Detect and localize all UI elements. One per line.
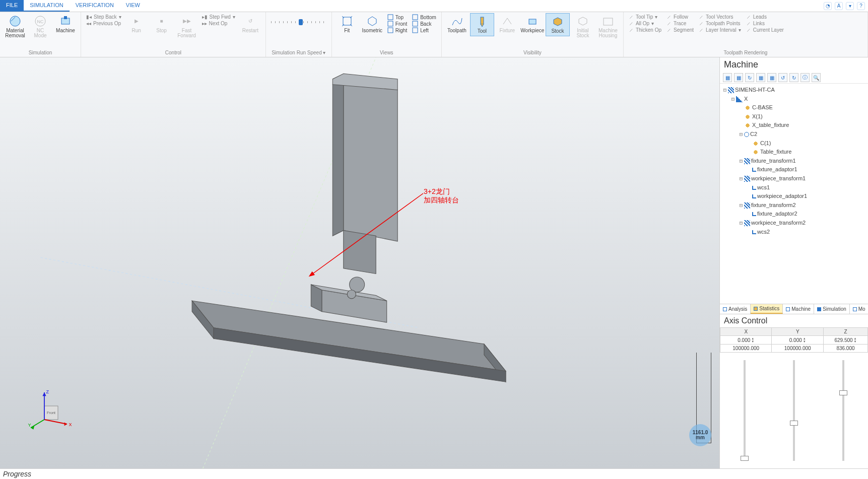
ribbon-group-speed: Simulation Run Speed ▾ [266,12,332,57]
axis-control-title: Axis Control [720,314,868,327]
panel-tool-6[interactable]: ↺ [778,73,787,82]
tab-analysis[interactable]: Analysis [720,304,751,314]
panel-tool-7[interactable]: ↻ [789,73,798,82]
view-front-button[interactable]: Front [387,21,407,27]
view-bottom-button[interactable]: Bottom [412,14,436,20]
view-top-button[interactable]: Top [387,14,407,20]
tool-icon [476,16,488,28]
render-toolpathpoints[interactable]: ⟋ Toolpath Points [699,21,741,26]
tab-simulation[interactable]: SIMULATION [24,0,69,12]
render-tooltip[interactable]: ⟋ Tool Tip ▾ [629,14,661,20]
vis-machine-housing-button[interactable]: Machine Housing [596,13,620,40]
titlebar-icon-3[interactable]: ▾ [846,2,854,10]
tab-view[interactable]: VIEW [120,0,146,12]
render-links[interactable]: ⟋ Links [746,21,784,26]
axis-header-z: Z [823,328,867,336]
vis-initial-stock-button[interactable]: Initial Stock [571,13,595,40]
svg-line-36 [31,420,44,428]
scale-indicator: 1161.0mm [636,353,711,443]
render-leads[interactable]: ⟋ Leads [746,14,784,20]
svg-point-0 [10,16,20,26]
stop-button[interactable]: ■Stop [150,13,174,35]
machine-panel-title: Machine [720,57,868,72]
panel-tool-1[interactable]: ▦ [723,73,732,82]
fast-forward-button[interactable]: ▶▶Fast Forward [175,13,199,40]
render-segment[interactable]: ⟋ Segment [666,27,694,33]
material-removal-label: Material Removal [5,28,25,38]
isometric-button[interactable]: Isometric [360,13,384,35]
step-fwd-button[interactable]: ▸▮Step Fwd ▾ [202,14,235,20]
titlebar-icons: ◔ A ▾ ? [824,0,868,12]
material-removal-icon [9,15,21,27]
vis-stock-button[interactable]: Stock [546,13,570,36]
ribbon-group-simulation-label: Simulation [3,49,78,57]
tab-simulation-panel[interactable]: Simulation [814,304,850,314]
view-left-button[interactable]: Left [412,27,436,33]
nc-mode-button[interactable]: NC NC Mode [28,13,52,40]
main-area: 3+2龙门 加四轴转台 Front X Y Z 1161.0mm Machine… [0,57,868,468]
axis-y-value[interactable]: 0.000▲▼ [772,336,823,345]
step-fwd-icon: ▸▮ [202,14,208,20]
tab-file[interactable]: FILE [0,0,24,12]
view-back-button[interactable]: Back [412,21,436,27]
ribbon-group-views: Fit Isometric Top Front Right Bottom Bac… [332,12,442,57]
step-back-button[interactable]: ▮◂Step Back ▾ [86,14,121,20]
panel-tool-4[interactable]: ▦ [756,73,765,82]
axis-slider-x[interactable] [720,353,769,468]
speed-slider[interactable] [271,21,326,23]
vis-fixture-button[interactable]: Fixture [495,13,519,35]
vis-toolpath-button[interactable]: Toolpath [445,13,469,35]
panel-tool-5[interactable]: ▦ [767,73,776,82]
render-follow[interactable]: ⟋ Follow [666,14,694,20]
svg-text:Z: Z [46,389,49,394]
panel-tool-3[interactable]: ↻ [745,73,754,82]
axis-header-y: Y [772,328,823,336]
fit-button[interactable]: Fit [335,13,359,35]
vis-tool-button[interactable]: Tool [470,13,494,36]
tab-machine[interactable]: Machine [783,304,814,314]
previous-op-button[interactable]: ◂◂Previous Op [86,21,121,26]
tab-verification[interactable]: VERIFICATION [70,0,120,12]
titlebar-icon-2[interactable]: A [835,2,843,10]
machine-label: Machine [56,28,75,33]
material-removal-button[interactable]: Material Removal [3,13,27,40]
render-allop[interactable]: ⟋ All Op ▾ [629,21,661,26]
axis-x-value[interactable]: 0.000▲▼ [720,336,772,345]
ribbon: Material Removal NC NC Mode Machine Simu… [0,12,868,57]
titlebar-icon-1[interactable]: ◔ [824,2,832,10]
render-trace[interactable]: ⟋ Trace [666,21,694,26]
axis-slider-y[interactable] [769,353,819,468]
nc-mode-label: NC Mode [34,28,46,38]
svg-rect-8 [388,28,393,33]
tab-statistics[interactable]: Statistics [751,304,783,314]
panel-tool-9[interactable]: 🔍 [812,73,821,82]
svg-marker-40 [42,392,46,396]
axis-z-value[interactable]: 629.500▲▼ [823,336,867,345]
machine-tree[interactable]: ⊟SIMENS-HT-CA ⊟X C-BASE X(1) X_table_fix… [720,84,868,304]
render-toolvectors[interactable]: ⟋ Tool Vectors [699,14,741,20]
view-triad[interactable]: Front X Y Z [26,388,72,433]
panel-tool-2[interactable]: ▦ [734,73,743,82]
vis-workpiece-button[interactable]: Workpiece [520,13,545,35]
ribbon-group-views-label: Views [335,49,438,57]
panel-tool-8[interactable]: ⓘ [800,73,810,82]
chevron-down-icon[interactable]: ▾ [323,50,325,55]
titlebar-icon-4[interactable]: ? [857,2,865,10]
tab-mo[interactable]: Mo [850,304,868,314]
render-layerinterval[interactable]: ⟋ Layer Interval ▾ [699,27,741,33]
axis-y-limit: 100000.000 [772,345,823,353]
render-currentlayer[interactable]: ⟋ Current Layer [746,27,784,33]
progress-label: Progress [0,468,868,479]
next-op-button[interactable]: ▸▸Next Op [202,21,235,26]
svg-marker-27 [344,231,376,274]
restart-button[interactable]: ↺Restart [238,13,262,35]
axis-slider-z[interactable] [819,353,868,468]
machine-button[interactable]: Machine [53,13,78,35]
view-right-button[interactable]: Right [387,27,407,33]
fit-icon [341,15,353,27]
fast-forward-icon: ▶▶ [181,15,193,27]
3d-viewport[interactable]: 3+2龙门 加四轴转台 Front X Y Z 1161.0mm [0,57,719,468]
svg-rect-5 [343,17,351,25]
render-thicken[interactable]: ⟋ Thicken Op [629,27,661,33]
run-button[interactable]: ▶Run [124,13,149,35]
